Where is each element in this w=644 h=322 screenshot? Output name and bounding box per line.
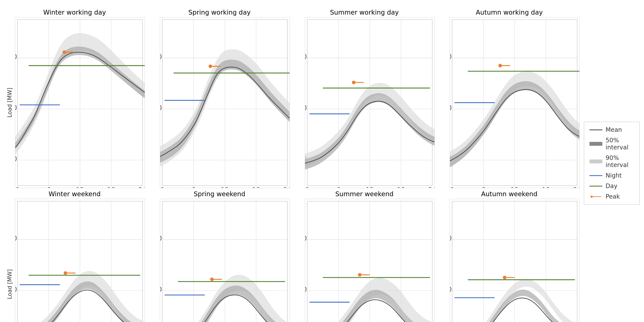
legend-area: Mean50% interval90% intervalNightDayPeak <box>580 8 640 318</box>
legend-line-4 <box>590 186 602 186</box>
chart-area-spring-weekend: 600080001000006121824 <box>160 199 290 322</box>
svg-text:8000: 8000 <box>305 104 307 112</box>
svg-text:10000: 10000 <box>160 234 162 242</box>
chart-spring-working: Spring working day600080001000006121824 <box>149 8 290 188</box>
chart-spring-weekend: Spring weekend600080001000006121824Hour <box>149 190 290 322</box>
svg-text:8000: 8000 <box>160 286 162 293</box>
chart-area-spring-working: 600080001000006121824 <box>160 17 290 188</box>
svg-text:18: 18 <box>542 186 550 188</box>
chart-autumn-weekend: Autumn weekend600080001000006121824Hour <box>439 190 580 322</box>
svg-text:6: 6 <box>192 186 196 188</box>
svg-text:8000: 8000 <box>450 286 452 293</box>
svg-text:24: 24 <box>573 186 580 188</box>
legend-item-1: 50% interval <box>590 137 634 151</box>
legend-label-2: 90% interval <box>606 154 634 168</box>
chart-title-autumn-weekend: Autumn weekend <box>481 190 537 198</box>
svg-text:0: 0 <box>450 186 454 188</box>
legend-label-4: Day <box>606 182 618 190</box>
svg-text:8000: 8000 <box>15 104 17 112</box>
svg-text:6000: 6000 <box>15 155 17 163</box>
chart-area-winter-working: 600080001000006121824 <box>15 17 145 188</box>
legend-item-0: Mean <box>590 126 634 133</box>
legend-band-1 <box>590 142 602 146</box>
svg-text:8000: 8000 <box>305 286 307 293</box>
chart-area-summer-weekend: 600080001000006121824 <box>305 199 435 322</box>
legend-band-2 <box>590 160 602 163</box>
svg-text:10000: 10000 <box>305 234 307 242</box>
legend-item-5: Peak <box>590 193 634 200</box>
chart-title-spring-working: Spring working day <box>188 8 250 16</box>
legend-box: Mean50% interval90% intervalNightDayPeak <box>584 122 640 204</box>
svg-text:0: 0 <box>305 186 309 188</box>
chart-area-winter-weekend: 600080001000006121824 <box>15 199 145 322</box>
chart-area-autumn-weekend: 600080001000006121824 <box>450 199 580 322</box>
svg-text:12: 12 <box>511 186 519 188</box>
svg-text:10000: 10000 <box>450 53 452 60</box>
chart-autumn-working: Autumn working day600080001000006121824 <box>439 8 580 188</box>
svg-text:24: 24 <box>283 186 290 188</box>
legend-label-5: Peak <box>606 193 620 200</box>
chart-winter-working: Winter working dayLoad [MW]6000800010000… <box>4 8 145 188</box>
ylabel: Load [MW] <box>6 270 13 299</box>
legend-item-2: 90% interval <box>590 154 634 168</box>
ylabel: Load [MW] <box>6 88 13 118</box>
svg-text:0: 0 <box>160 186 164 188</box>
svg-text:8000: 8000 <box>450 104 452 112</box>
svg-text:10000: 10000 <box>15 234 17 242</box>
chart-summer-weekend: Summer weekend600080001000006121824Hour <box>294 190 435 322</box>
svg-text:6: 6 <box>336 186 341 188</box>
legend-line-0 <box>590 130 602 130</box>
legend-label-3: Night <box>606 172 622 179</box>
chart-title-summer-weekend: Summer weekend <box>335 190 394 198</box>
chart-area-summer-working: 600080001000006121824 <box>305 17 435 188</box>
main-container: Winter working dayLoad [MW]6000800010000… <box>0 0 644 322</box>
legend-line-3 <box>590 175 602 176</box>
svg-text:8000: 8000 <box>160 104 162 112</box>
chart-title-winter-working: Winter working day <box>43 8 106 16</box>
svg-text:10000: 10000 <box>450 234 452 242</box>
svg-text:18: 18 <box>252 186 260 188</box>
legend-item-3: Night <box>590 172 634 179</box>
svg-text:6: 6 <box>47 186 51 188</box>
svg-text:18: 18 <box>107 186 115 188</box>
chart-title-spring-weekend: Spring weekend <box>194 190 245 198</box>
chart-area-autumn-working: 600080001000006121824 <box>450 17 580 188</box>
svg-text:10000: 10000 <box>160 53 162 60</box>
svg-text:24: 24 <box>138 186 145 188</box>
svg-text:18: 18 <box>397 186 405 188</box>
svg-text:12: 12 <box>366 186 374 188</box>
svg-text:6: 6 <box>482 186 486 188</box>
svg-text:0: 0 <box>16 186 20 188</box>
svg-text:10000: 10000 <box>15 53 17 60</box>
charts-area: Winter working dayLoad [MW]6000800010000… <box>4 8 580 318</box>
legend-item-4: Day <box>590 182 634 190</box>
chart-title-winter-weekend: Winter weekend <box>48 190 101 198</box>
chart-winter-weekend: Winter weekendLoad [MW]60008000100000612… <box>4 190 145 322</box>
chart-title-autumn-working: Autumn working day <box>476 8 543 16</box>
svg-text:12: 12 <box>221 186 229 188</box>
svg-text:10000: 10000 <box>305 53 307 60</box>
chart-summer-working: Summer working day600080001000006121824 <box>294 8 435 188</box>
legend-label-0: Mean <box>606 126 622 133</box>
svg-text:24: 24 <box>428 186 434 188</box>
svg-text:12: 12 <box>76 186 84 188</box>
chart-title-summer-working: Summer working day <box>330 8 399 16</box>
legend-label-1: 50% interval <box>606 137 634 151</box>
svg-text:8000: 8000 <box>15 286 17 293</box>
